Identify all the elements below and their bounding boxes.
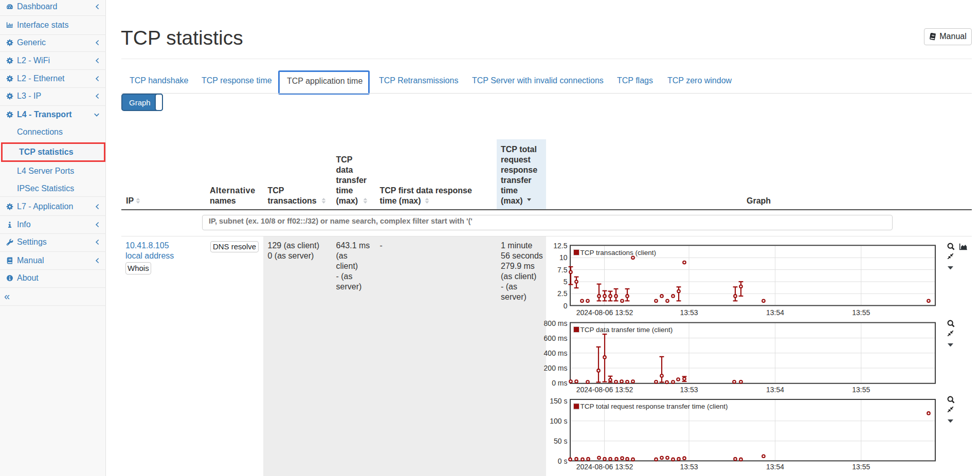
svg-text:13:55: 13:55 [852, 308, 870, 317]
svg-text:12.5: 12.5 [553, 242, 567, 250]
svg-text:100 s: 100 s [550, 417, 567, 425]
svg-text:13:53: 13:53 [680, 386, 698, 394]
svg-text:2.5: 2.5 [557, 289, 568, 298]
svg-text:TCP total request response tra: TCP total request response transfer time… [580, 402, 728, 410]
svg-text:TCP transactions (client): TCP transactions (client) [580, 249, 657, 257]
svg-text:400 ms: 400 ms [544, 349, 568, 357]
svg-text:600 ms: 600 ms [544, 334, 568, 342]
svg-text:2024-08-06 13:52: 2024-08-06 13:52 [576, 463, 633, 471]
svg-text:0: 0 [564, 302, 568, 310]
svg-text:0 ms: 0 ms [552, 379, 567, 387]
svg-text:5: 5 [564, 278, 568, 286]
svg-text:200 ms: 200 ms [544, 364, 568, 372]
svg-text:50 s: 50 s [554, 437, 567, 445]
svg-text:150 s: 150 s [550, 397, 567, 405]
svg-text:800 ms: 800 ms [544, 319, 568, 327]
svg-text:13:54: 13:54 [766, 308, 784, 317]
svg-text:13:53: 13:53 [680, 308, 698, 317]
svg-text:10: 10 [559, 253, 568, 262]
svg-text:13:55: 13:55 [852, 386, 870, 394]
svg-text:13:55: 13:55 [852, 463, 870, 471]
svg-text:13:53: 13:53 [680, 463, 698, 471]
svg-text:7.5: 7.5 [557, 266, 568, 274]
svg-text:13:54: 13:54 [766, 386, 784, 394]
svg-text:13:54: 13:54 [766, 463, 784, 471]
svg-text:2024-08-06 13:52: 2024-08-06 13:52 [576, 308, 633, 317]
svg-text:0 s: 0 s [558, 457, 568, 465]
svg-text:2024-08-06 13:52: 2024-08-06 13:52 [576, 386, 633, 394]
svg-text:TCP data transfer time (client: TCP data transfer time (client) [580, 326, 673, 334]
